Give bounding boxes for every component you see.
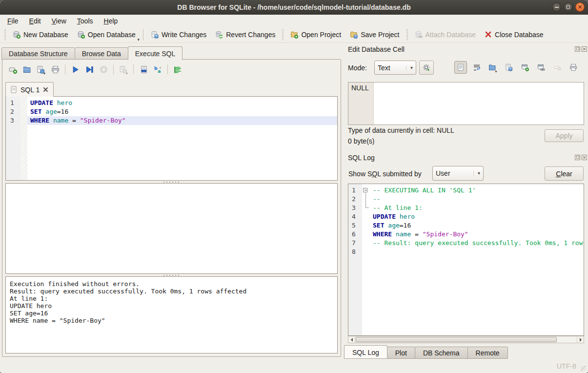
- execution-output[interactable]: Execution finished without errors. Resul…: [5, 276, 338, 353]
- execute-line-button[interactable]: [83, 63, 96, 76]
- menu-view[interactable]: View: [46, 16, 72, 26]
- new-database-label: New Database: [23, 31, 68, 39]
- close-sql-tab-icon[interactable]: [43, 87, 48, 92]
- toolbar-handle[interactable]: [282, 29, 284, 40]
- clear-log-button[interactable]: Clear: [545, 166, 584, 181]
- mode-select-value: Text: [378, 64, 390, 72]
- open-database-icon: [77, 31, 85, 39]
- sql-editor-toolbar: ▾ ▾ ba: [6, 63, 184, 76]
- save-project-label: Save Project: [361, 31, 399, 39]
- float-dock-icon[interactable]: [575, 155, 580, 160]
- save-project-button[interactable]: Save Project: [345, 28, 404, 41]
- tab-execute-sql[interactable]: Execute SQL: [128, 46, 183, 60]
- open-sql-file-button[interactable]: [20, 63, 33, 76]
- print-cell-button[interactable]: [567, 61, 580, 74]
- minimize-button[interactable]: [552, 2, 561, 12]
- cell-type-text: Type of data currently in cell: NULL: [348, 126, 454, 134]
- close-button[interactable]: ✕: [575, 2, 585, 12]
- toolbar-separator: [65, 64, 65, 74]
- tab-db-schema[interactable]: DB Schema: [415, 347, 468, 359]
- write-changes-label: Write Changes: [162, 31, 206, 39]
- find-button[interactable]: [137, 63, 150, 76]
- tab-browse-data[interactable]: Browse Data: [75, 47, 128, 60]
- execute-line-icon: [85, 65, 94, 74]
- maximize-button[interactable]: [564, 2, 573, 12]
- scrollbar-thumb[interactable]: [356, 337, 557, 342]
- revert-changes-label: Revert Changes: [226, 31, 275, 39]
- save-file-menu-caret[interactable]: ▾: [43, 71, 45, 76]
- write-changes-button[interactable]: Write Changes: [146, 28, 211, 41]
- open-url-button[interactable]: [535, 61, 547, 74]
- edit-cell-dock-title: Edit Database Cell: [348, 45, 405, 53]
- sql-log-dock-buttons: [575, 155, 587, 160]
- export-cell-data-button[interactable]: [503, 61, 515, 74]
- open-database-button[interactable]: Open Database ▾: [73, 28, 140, 41]
- log-code[interactable]: 1-- EXECUTING ALL IN 'SQL 1'2--3-- At li…: [348, 184, 584, 256]
- find-replace-icon: ba: [154, 65, 162, 74]
- sql-editor[interactable]: 1UPDATE hero2SET age=163WHERE name = "Sp…: [5, 96, 338, 181]
- open-in-external-button[interactable]: [519, 61, 531, 74]
- toolbar-handle[interactable]: [406, 29, 408, 40]
- open-in-window-icon: [521, 63, 529, 71]
- new-database-button[interactable]: New Database: [8, 28, 73, 41]
- close-database-button[interactable]: Close Database: [480, 28, 548, 41]
- main-toolbar: New Database Open Database ▾ Write Chang…: [0, 26, 588, 43]
- tab-remote[interactable]: Remote: [467, 347, 508, 359]
- print-icon: [569, 63, 577, 71]
- toolbar-separator: [143, 29, 143, 41]
- stop-button: [97, 63, 110, 76]
- chevron-down-icon: ▾: [473, 171, 480, 176]
- close-database-label: Close Database: [495, 31, 544, 39]
- window-controls: ✕: [552, 2, 585, 12]
- resize-grip[interactable]: [581, 366, 586, 371]
- sql-1-tab-label: SQL 1: [20, 86, 40, 94]
- text-mode-button[interactable]: [454, 61, 467, 74]
- mode-select[interactable]: Text ▾: [374, 61, 416, 75]
- sql-1-tab[interactable]: SQL 1: [5, 82, 54, 97]
- encoding-status: UTF-8: [557, 362, 576, 370]
- cell-value-editor[interactable]: NULL: [348, 82, 584, 125]
- toolbar-handle[interactable]: [4, 29, 6, 40]
- word-wrap-button[interactable]: [470, 61, 483, 74]
- titlebar[interactable]: DB Browser for SQLite - /home/user/code/…: [0, 0, 588, 15]
- print-sql-button[interactable]: [49, 63, 61, 76]
- execute-all-button[interactable]: [69, 63, 81, 76]
- open-project-button[interactable]: Open Project: [286, 28, 345, 41]
- find-replace-button[interactable]: ba: [151, 63, 164, 76]
- save-sql-file-button[interactable]: ▾: [35, 63, 47, 76]
- import-menu-caret[interactable]: ▾: [495, 69, 497, 74]
- menu-help[interactable]: Help: [99, 16, 123, 26]
- toolbar-separator: [133, 64, 134, 74]
- revert-changes-button[interactable]: Revert Changes: [211, 28, 280, 41]
- new-sql-tab-button[interactable]: [6, 63, 19, 76]
- log-filter-select[interactable]: User ▾: [432, 166, 484, 181]
- scroll-right-arrow-icon[interactable]: [577, 336, 584, 343]
- toolbar-separator: [113, 64, 114, 74]
- close-dock-icon[interactable]: [582, 155, 587, 160]
- sql-log-view[interactable]: 1-- EXECUTING ALL IN 'SQL 1'2--3-- At li…: [348, 184, 584, 336]
- write-changes-icon: [151, 31, 159, 39]
- close-dock-icon[interactable]: [582, 46, 587, 52]
- tab-plot[interactable]: Plot: [387, 347, 415, 359]
- open-database-menu-caret[interactable]: ▾: [137, 37, 140, 42]
- close-database-icon: [485, 31, 492, 38]
- editor-code[interactable]: 1UPDATE hero2SET age=163WHERE name = "Sp…: [6, 97, 337, 125]
- execute-sql-panel: ▾ ▾ ba SQL 1 1UPDATE hero2SET age=163WHE…: [2, 59, 341, 357]
- tab-sql-log[interactable]: SQL Log: [344, 345, 387, 359]
- log-horizontal-scrollbar[interactable]: [348, 336, 584, 343]
- float-dock-icon[interactable]: [575, 46, 580, 52]
- import-cell-data-button[interactable]: ▾: [487, 61, 499, 74]
- menu-tools[interactable]: Tools: [72, 16, 99, 26]
- menu-edit[interactable]: Edit: [24, 16, 46, 26]
- menu-file[interactable]: File: [2, 16, 24, 26]
- scroll-left-arrow-icon[interactable]: [348, 336, 355, 343]
- main-tab-bar: Database Structure Browse Data Execute S…: [1, 46, 182, 60]
- maximize-icon: [567, 5, 570, 9]
- new-tab-icon: [9, 65, 17, 74]
- svg-text:a: a: [157, 68, 160, 74]
- new-database-icon: [13, 31, 20, 39]
- tab-database-structure[interactable]: Database Structure: [1, 47, 75, 60]
- format-sql-button[interactable]: [171, 63, 184, 76]
- auto-mode-button[interactable]: [419, 61, 434, 75]
- results-grid[interactable]: [5, 183, 338, 274]
